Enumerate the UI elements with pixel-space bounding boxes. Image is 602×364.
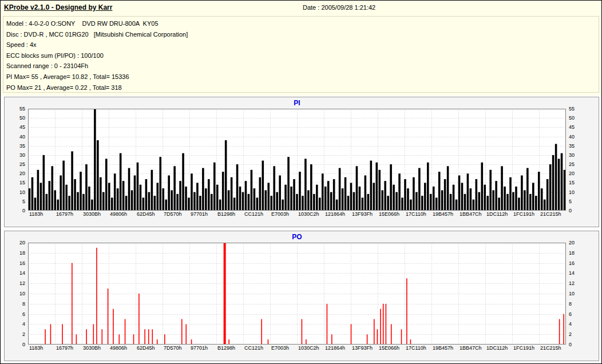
pi-x-axis: 1183h16797h3030Bh49806h62D45h7D570h97701…	[28, 211, 577, 219]
po-x-tick: 1BB47Ch	[460, 345, 482, 351]
po-x-tick: 62D45h	[137, 345, 155, 351]
pi-x-tick: 1FC191h	[513, 211, 534, 217]
pi-x-tick: 19B457h	[433, 211, 453, 217]
po-x-tick: 1183h	[29, 345, 43, 351]
pi-y-tick-left: 0	[22, 208, 25, 213]
po-y-tick-right: 14	[569, 270, 575, 276]
info-line-po-stats: PO Max= 21 , Average= 0.22 , Total= 318	[3, 82, 599, 93]
pi-x-tick: 3030Bh	[83, 211, 101, 217]
po-y-tick-left: 6	[22, 311, 25, 317]
po-x-tick: 17C110h	[406, 345, 426, 351]
po-x-tick: 19B457h	[433, 345, 453, 351]
po-x-tick: 3030Bh	[83, 345, 101, 351]
po-x-tick: CC121h	[244, 345, 263, 351]
pi-x-tick: 97701h	[191, 211, 208, 217]
po-x-tick: B1298h	[217, 345, 235, 351]
info-line-model: Model : 4-0-2-0 O:SONY DVD RW DRU-800A K…	[3, 18, 599, 29]
pi-y-tick-right: 45	[569, 124, 575, 130]
po-y-tick-right: 6	[569, 311, 572, 317]
info-line-range: Scanned range : 0 - 23104Fh	[3, 61, 599, 72]
pi-y-tick-right: 10	[569, 189, 575, 195]
pi-x-tick: 13F93Fh	[352, 211, 373, 217]
po-y-axis-left: 02468101214161820	[5, 231, 27, 361]
pi-x-tick: CC121h	[244, 211, 263, 217]
pi-x-tick: 15E066h	[379, 211, 399, 217]
po-y-tick-left: 2	[22, 331, 25, 337]
pi-x-tick: 121864h	[325, 211, 345, 217]
po-x-tick: 1030C2h	[298, 345, 319, 351]
info-line-ecc: ECC blocks sum (PI/PO) : 100/100	[3, 50, 599, 61]
pi-x-tick: 7D570h	[164, 211, 182, 217]
pi-y-tick-right: 5	[569, 199, 572, 204]
pi-x-tick: 1DC112h	[486, 211, 508, 217]
pi-y-tick-right: 35	[569, 143, 575, 149]
po-y-tick-left: 14	[19, 270, 25, 276]
pi-y-tick-left: 15	[19, 180, 25, 185]
po-y-tick-right: 16	[569, 260, 575, 266]
po-x-tick: 1DC112h	[486, 345, 508, 351]
scan-info-box: Model : 4-0-2-0 O:SONY DVD RW DRU-800A K…	[3, 16, 599, 93]
pi-y-tick-left: 10	[19, 189, 25, 195]
kprobe-window: KProbe v2.1.0 - Designed by Karr Date : …	[0, 0, 602, 364]
po-y-tick-right: 2	[569, 331, 572, 337]
po-x-tick: 7D570h	[164, 345, 182, 351]
po-y-tick-left: 8	[22, 301, 25, 307]
po-y-tick-left: 20	[19, 240, 25, 246]
pi-x-tick: 49806h	[110, 211, 127, 217]
po-x-tick: 97701h	[191, 345, 208, 351]
po-x-tick: E7003h	[271, 345, 289, 351]
pi-plot-canvas	[28, 109, 566, 211]
top-info-section: KProbe v2.1.0 - Designed by Karr Date : …	[1, 1, 601, 96]
po-x-axis: 1183h16797h3030Bh49806h62D45h7D570h97701…	[28, 345, 577, 353]
po-x-tick: 16797h	[56, 345, 73, 351]
po-y-tick-right: 20	[569, 240, 575, 246]
pi-y-tick-left: 35	[19, 143, 25, 149]
pi-y-tick-left: 45	[19, 124, 25, 130]
po-y-axis-right: 02468101214161820	[567, 231, 590, 361]
pi-y-axis-left: 0510152025303540455055	[5, 97, 27, 227]
pi-y-tick-left: 40	[19, 134, 25, 140]
po-x-tick: 15E066h	[379, 345, 399, 351]
po-y-tick-right: 8	[569, 301, 572, 307]
pi-y-tick-right: 15	[569, 180, 575, 185]
po-y-tick-right: 10	[569, 291, 575, 296]
info-line-disc: Disc : DVD-R , MCC 01RG20 [Mitsubishi Ch…	[3, 29, 599, 40]
info-line-pi-stats: PI Max= 55 , Average= 10.82 , Total= 153…	[3, 72, 599, 82]
pi-x-tick: 16797h	[56, 211, 73, 217]
pi-y-axis-right: 0510152025303540455055	[567, 97, 590, 227]
pi-y-tick-right: 25	[569, 161, 575, 167]
po-plot-canvas	[28, 243, 566, 345]
pi-y-tick-left: 50	[19, 115, 25, 121]
pi-chart-panel: PI 0510152025303540455055 05101520253035…	[4, 97, 599, 227]
pi-x-tick: 17C110h	[406, 211, 426, 217]
pi-chart-title: PI	[28, 99, 566, 107]
po-y-tick-left: 12	[19, 280, 25, 286]
po-y-tick-left: 18	[19, 250, 25, 256]
pi-x-tick: 1183h	[29, 211, 43, 217]
pi-y-tick-right: 20	[569, 171, 575, 176]
po-y-tick-left: 4	[22, 321, 25, 327]
pi-y-tick-left: 55	[19, 106, 25, 112]
pi-y-tick-right: 50	[569, 115, 575, 121]
po-x-tick: 21C215h	[540, 345, 561, 351]
po-x-tick: 121864h	[325, 345, 345, 351]
pi-y-tick-left: 30	[19, 152, 25, 158]
pi-y-tick-left: 5	[22, 199, 25, 204]
info-line-speed: Speed : 4x	[3, 39, 599, 50]
pi-y-tick-left: 20	[19, 171, 25, 176]
pi-y-tick-right: 30	[569, 152, 575, 158]
date-label: Date : 2005/09/28 1:21:42	[303, 4, 375, 11]
pi-y-tick-right: 40	[569, 134, 575, 140]
pi-x-tick: 1030C2h	[298, 211, 319, 217]
po-chart-title: PO	[28, 233, 566, 241]
app-title: KProbe v2.1.0 - Designed by Karr	[4, 3, 112, 11]
po-x-tick: 13F93Fh	[352, 345, 373, 351]
po-y-tick-left: 16	[19, 260, 25, 266]
pi-x-tick: B1298h	[217, 211, 235, 217]
pi-x-tick: 1BB47Ch	[460, 211, 482, 217]
pi-x-tick: E7003h	[271, 211, 289, 217]
pi-y-tick-right: 55	[569, 106, 575, 112]
po-y-tick-right: 4	[569, 321, 572, 327]
po-x-tick: 1FC191h	[513, 345, 534, 351]
po-x-tick: 49806h	[110, 345, 127, 351]
